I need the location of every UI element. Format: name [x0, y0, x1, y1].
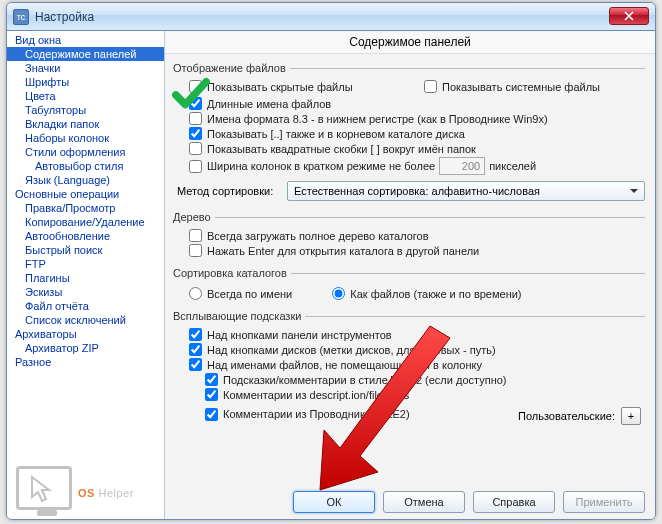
cancel-button[interactable]: Отмена	[383, 491, 465, 513]
label: пикселей	[489, 160, 536, 172]
tree-item[interactable]: Наборы колонок	[7, 131, 164, 145]
plus-icon: +	[628, 410, 634, 422]
tree-item[interactable]: Шрифты	[7, 75, 164, 89]
checkbox-tip-names[interactable]	[189, 358, 202, 371]
ok-button[interactable]: ОК	[293, 491, 375, 513]
label: Нажать Enter для открытия каталога в дру…	[207, 245, 479, 257]
tree-item[interactable]: Разное	[7, 355, 164, 369]
label: Над кнопками дисков (метки дисков, для с…	[207, 344, 496, 356]
checkbox-tip-toolbar[interactable]	[189, 328, 202, 341]
group-legend: Дерево	[173, 211, 215, 223]
tree-item[interactable]: FTP	[7, 257, 164, 271]
checkbox-square-brackets[interactable]	[189, 142, 202, 155]
tree-item[interactable]: Архиватор ZIP	[7, 341, 164, 355]
titlebar: тc Настройка	[7, 3, 655, 31]
label: Всегда загружать полное дерево каталогов	[207, 230, 429, 242]
tree-item[interactable]: Табуляторы	[7, 103, 164, 117]
checkbox-long-names[interactable]	[189, 97, 202, 110]
checkbox-show-hidden[interactable]	[189, 80, 202, 93]
checkbox-show-dotdot[interactable]	[189, 127, 202, 140]
tree-item[interactable]: Быстрый поиск	[7, 243, 164, 257]
label: Комментарии из descript.ion/files.bbs	[223, 389, 409, 401]
label-custom-tips: Пользовательские:	[518, 410, 615, 422]
close-icon	[624, 11, 634, 21]
window-title: Настройка	[35, 10, 94, 24]
tree-item[interactable]: Вид окна	[7, 33, 164, 47]
label: Ширина колонок в кратком режиме не более	[207, 160, 435, 172]
label: Подсказки/комментарии в стиле Win32 (есл…	[223, 374, 507, 386]
tree-item[interactable]: Основные операции	[7, 187, 164, 201]
tree-item[interactable]: Цвета	[7, 89, 164, 103]
label: Длинные имена файлов	[207, 98, 331, 110]
category-tree[interactable]: Вид окнаСодержимое панелейЗначкиШрифтыЦв…	[7, 31, 165, 519]
checkbox-show-system[interactable]	[424, 80, 437, 93]
tree-item[interactable]: Автовыбор стиля	[7, 159, 164, 173]
label: Показывать [..] также и в корневом катал…	[207, 128, 465, 140]
checkbox-tip-win32[interactable]	[205, 373, 218, 386]
checkbox-tip-ole2[interactable]	[205, 408, 218, 421]
label: Имена формата 8.3 - в нижнем регистре (к…	[207, 113, 548, 125]
tree-item[interactable]: Содержимое панелей	[7, 47, 164, 61]
apply-button[interactable]: Применить	[563, 491, 645, 513]
label: Над именами файлов, не помещающимися в к…	[207, 359, 482, 371]
settings-window: тc Настройка Вид окнаСодержимое панелейЗ…	[6, 2, 656, 520]
checkbox-tip-descript[interactable]	[205, 388, 218, 401]
group-legend: Всплывающие подсказки	[173, 310, 305, 322]
radio-like-files[interactable]	[332, 287, 345, 300]
tree-item[interactable]: Автообновление	[7, 229, 164, 243]
tree-item[interactable]: Копирование/Удаление	[7, 215, 164, 229]
pane-title: Содержимое панелей	[165, 31, 655, 54]
tree-item[interactable]: Значки	[7, 61, 164, 75]
group-legend: Отображение файлов	[173, 62, 290, 74]
tree-item[interactable]: Плагины	[7, 271, 164, 285]
label: Всегда по имени	[207, 288, 292, 300]
checkbox-enter-open[interactable]	[189, 244, 202, 257]
combo-value: Естественная сортировка: алфавитно-число…	[294, 185, 540, 197]
radio-by-name[interactable]	[189, 287, 202, 300]
checkbox-names-83[interactable]	[189, 112, 202, 125]
tree-item[interactable]: Список исключений	[7, 313, 164, 327]
dialog-buttons: ОК Отмена Справка Применить	[293, 491, 645, 513]
main-pane: Содержимое панелей Отображение файлов По…	[165, 31, 655, 519]
label: Показывать квадратные скобки [ ] вокруг …	[207, 143, 476, 155]
label: Как файлов (также и по времени)	[350, 288, 521, 300]
group-file-display: Отображение файлов Показывать скрытые фа…	[175, 62, 645, 205]
checkbox-tip-drives[interactable]	[189, 343, 202, 356]
close-button[interactable]	[609, 7, 649, 25]
group-tooltips: Всплывающие подсказки Над кнопками панел…	[175, 310, 645, 427]
group-legend: Сортировка каталогов	[173, 267, 291, 279]
tree-item[interactable]: Эскизы	[7, 285, 164, 299]
help-button[interactable]: Справка	[473, 491, 555, 513]
group-tree: Дерево Всегда загружать полное дерево ка…	[175, 211, 645, 261]
input-col-width[interactable]	[439, 157, 485, 175]
tree-item[interactable]: Язык (Language)	[7, 173, 164, 187]
tree-item[interactable]: Файл отчёта	[7, 299, 164, 313]
label: Комментарии из Проводника (OLE2)	[223, 408, 410, 420]
label: Показывать скрытые файлы	[207, 81, 353, 93]
combo-sort-method[interactable]: Естественная сортировка: алфавитно-число…	[287, 181, 645, 201]
checkbox-full-tree[interactable]	[189, 229, 202, 242]
button-custom-tips[interactable]: +	[621, 407, 641, 425]
label-sort-method: Метод сортировки:	[177, 185, 287, 197]
tree-item[interactable]: Вкладки папок	[7, 117, 164, 131]
tree-item[interactable]: Архиваторы	[7, 327, 164, 341]
label: Показывать системные файлы	[442, 81, 600, 93]
app-icon: тc	[13, 9, 29, 25]
checkbox-col-width[interactable]	[189, 160, 202, 173]
label: Над кнопками панели инструментов	[207, 329, 392, 341]
tree-item[interactable]: Стили оформления	[7, 145, 164, 159]
group-sort-dirs: Сортировка каталогов Всегда по имени Как…	[175, 267, 645, 304]
tree-item[interactable]: Правка/Просмотр	[7, 201, 164, 215]
